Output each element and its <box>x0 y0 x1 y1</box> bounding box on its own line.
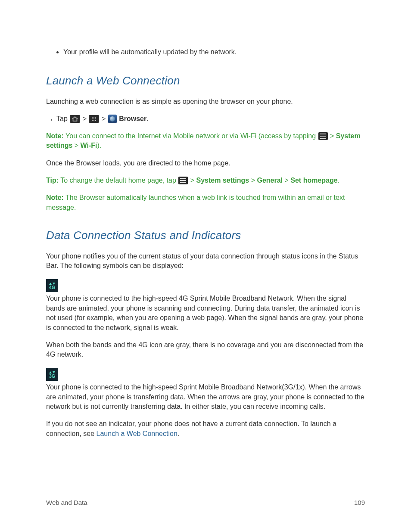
tap-text: Tap <box>56 115 69 122</box>
period: . <box>338 177 339 184</box>
status-3g-label: 3G <box>49 374 56 379</box>
separator: > <box>328 132 336 140</box>
footer-section: Web and Data <box>46 499 87 506</box>
set-homepage-text: Set homepage <box>290 177 337 184</box>
browser-icon <box>108 115 117 123</box>
status-4g-block: 4G <box>46 279 365 292</box>
menu-icon <box>318 132 328 140</box>
note-internet: Note: You can connect to the Internet vi… <box>46 131 365 151</box>
period: . <box>146 115 148 122</box>
tip-label: Tip: <box>46 177 59 184</box>
close-paren: ). <box>97 142 102 149</box>
paragraph: Launching a web connection is as simple … <box>46 97 365 106</box>
paragraph: Your phone notifies you of the current s… <box>46 252 365 271</box>
separator: > <box>283 177 290 184</box>
launch-web-link[interactable]: Launch a Web Connection <box>97 430 177 437</box>
text: If you do not see an indicator, your pho… <box>46 420 336 437</box>
separator: > <box>81 115 88 122</box>
paragraph: Your phone is connected to the high-spee… <box>46 294 365 333</box>
paragraph: Once the Browser loads, you are directed… <box>46 159 365 168</box>
page-footer: Web and Data 109 <box>46 499 365 506</box>
status-4g-icon: 4G <box>46 279 58 292</box>
wifi-text: Wi-Fi <box>81 142 97 149</box>
tap-instruction: Tap > > Browser. <box>56 114 365 124</box>
tip-text: To change the default home page, tap <box>59 177 178 184</box>
general-text: General <box>257 177 283 184</box>
home-icon <box>70 115 80 123</box>
note-label: Note: <box>46 132 64 140</box>
status-4g-label: 4G <box>49 285 56 290</box>
paragraph: If you do not see an indicator, your pho… <box>46 419 365 439</box>
separator: > <box>249 177 257 184</box>
intro-bullet: Your profile will be automatically updat… <box>63 47 365 57</box>
menu-icon <box>178 177 188 184</box>
status-3g-block: 3G <box>46 367 365 381</box>
page: Your profile will be automatically updat… <box>0 0 411 532</box>
system-settings-text: System settings <box>196 177 249 184</box>
intro-list: Your profile will be automatically updat… <box>63 47 365 57</box>
apps-grid-icon <box>89 115 99 123</box>
heading-data-status: Data Connection Status and Indicators <box>46 229 365 242</box>
note-text: You can connect to the Internet via Mobi… <box>64 132 318 140</box>
heading-launch-web: Launch a Web Connection <box>46 74 365 87</box>
tap-list: Tap > > Browser. <box>56 114 365 124</box>
paragraph: When both the bands and the 4G icon are … <box>46 340 365 360</box>
note-text: The Browser automatically launches when … <box>46 194 345 211</box>
separator: > <box>72 142 80 149</box>
tip-homepage: Tip: To change the default home page, ta… <box>46 176 365 185</box>
note-autolaunch: Note: The Browser automatically launches… <box>46 193 365 212</box>
status-3g-icon: 3G <box>46 368 58 381</box>
note-label: Note: <box>46 194 64 201</box>
separator: > <box>188 177 196 184</box>
browser-label: Browser <box>117 115 146 122</box>
text: . <box>177 430 179 437</box>
separator: > <box>100 115 107 122</box>
paragraph: Your phone is connected to the high-spee… <box>46 383 365 411</box>
page-number: 109 <box>354 499 365 506</box>
